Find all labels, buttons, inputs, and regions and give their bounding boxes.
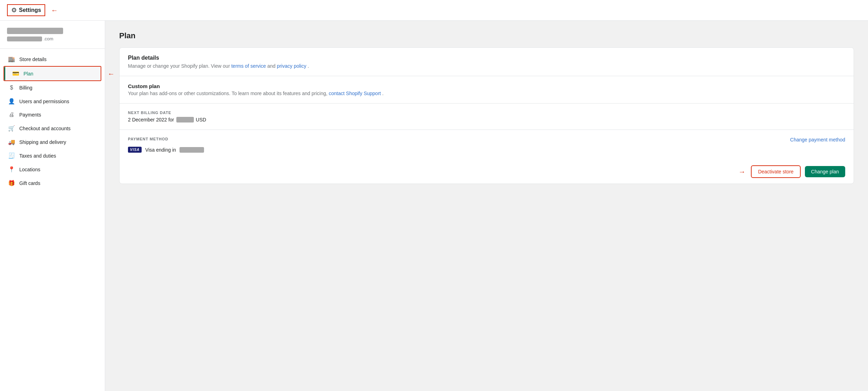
custom-plan-section: Custom plan Your plan has add-ons or oth… (120, 76, 854, 104)
plan-details-desc: Manage or change your Shopify plan. View… (128, 63, 845, 69)
visa-badge: VISA (128, 147, 142, 153)
payments-icon: 🖨 (8, 112, 15, 118)
settings-title-box: ⚙ Settings (7, 4, 45, 16)
store-info: .com (0, 28, 105, 49)
nav-item-billing[interactable]: $ Billing (0, 81, 105, 94)
nav-item-store-details[interactable]: 🏬 Store details (0, 52, 105, 66)
change-payment-method-link[interactable]: Change payment method (790, 137, 845, 143)
nav-label-billing: Billing (19, 85, 32, 91)
plan-icon: 💳 (12, 70, 19, 77)
nav-item-taxes-and-duties[interactable]: 🧾 Taxes and duties (0, 149, 105, 163)
store-domain: .com (7, 36, 98, 41)
nav-item-gift-cards[interactable]: 🎁 Gift cards (0, 176, 105, 190)
billing-currency: USD (196, 117, 206, 122)
terms-of-service-link[interactable]: terms of service (231, 63, 266, 69)
nav-item-shipping-and-delivery[interactable]: 🚚 Shipping and delivery (0, 135, 105, 149)
main-content: Plan Plan details Manage or change your … (105, 21, 868, 391)
gear-icon: ⚙ (11, 6, 17, 14)
locations-icon: 📍 (8, 166, 15, 173)
plan-nav-box: 💳 Plan (4, 66, 101, 81)
nav-label-store-details: Store details (19, 57, 47, 62)
store-name-blurred (7, 28, 63, 34)
main-layout: .com 🏬 Store details 💳 Plan ← $ Billing … (0, 21, 868, 391)
nav-label-payments: Payments (19, 112, 41, 118)
plan-details-card: Plan details Manage or change your Shopi… (119, 47, 854, 184)
nav-label-gift-cards: Gift cards (19, 180, 40, 186)
billing-amount-blurred (176, 117, 194, 122)
change-plan-button[interactable]: Change plan (805, 166, 845, 177)
custom-plan-desc: Your plan has add-ons or other customiza… (128, 91, 845, 96)
plan-nav-wrapper: 💳 Plan ← (0, 66, 105, 81)
and-text: and (267, 63, 277, 69)
billing-date-prefix: 2 December 2022 for (128, 117, 174, 122)
nav-item-checkout-and-accounts[interactable]: 🛒 Checkout and accounts (0, 121, 105, 135)
action-row: → Deactivate store Change plan (120, 160, 854, 184)
sidebar: .com 🏬 Store details 💳 Plan ← $ Billing … (0, 21, 105, 391)
billing-section: NEXT BILLING DATE 2 December 2022 for US… (120, 104, 854, 130)
billing-date-value: 2 December 2022 for USD (128, 117, 845, 122)
nav-label-taxes-and-duties: Taxes and duties (19, 153, 56, 159)
store-domain-suffix: .com (43, 36, 53, 41)
plan-details-desc-text: Manage or change your Shopify plan. View… (128, 63, 231, 69)
plan-arrow-indicator: ← (108, 69, 115, 78)
nav-item-payments[interactable]: 🖨 Payments (0, 108, 105, 121)
nav-item-plan[interactable]: 💳 Plan (4, 67, 101, 80)
checkout-icon: 🛒 (8, 125, 15, 132)
deactivate-store-button[interactable]: Deactivate store (751, 165, 800, 178)
period-text: . (308, 63, 309, 69)
visa-ending-text: Visa ending in (145, 147, 176, 153)
page-title: Plan (119, 31, 854, 40)
gift-cards-icon: 🎁 (8, 180, 15, 186)
custom-plan-period: . (382, 91, 384, 96)
users-icon: 👤 (8, 98, 15, 105)
custom-plan-desc-text: Your plan has add-ons or other customiza… (128, 91, 329, 96)
billing-icon: $ (8, 85, 15, 91)
deactivate-arrow-indicator: → (738, 168, 745, 176)
shipping-icon: 🚚 (8, 139, 15, 145)
custom-plan-name: Custom plan (128, 83, 845, 89)
visa-row: VISA Visa ending in (128, 147, 845, 153)
plan-details-header-section: Plan details Manage or change your Shopi… (120, 48, 854, 76)
header-arrow-indicator: ← (51, 6, 58, 14)
nav-label-users-and-permissions: Users and permissions (19, 99, 69, 104)
settings-header: ⚙ Settings ← (0, 0, 868, 21)
nav-item-users-and-permissions[interactable]: 👤 Users and permissions (0, 94, 105, 108)
card-number-blurred (179, 147, 204, 153)
contact-shopify-support-link[interactable]: contact Shopify Support (329, 91, 381, 96)
store-domain-blurred (7, 37, 42, 41)
billing-date-label: NEXT BILLING DATE (128, 111, 845, 115)
payment-method-label: PAYMENT METHOD (128, 137, 168, 141)
settings-title: Settings (19, 7, 41, 13)
payment-section: PAYMENT METHOD Change payment method VIS… (120, 130, 854, 160)
plan-details-title: Plan details (128, 55, 845, 61)
taxes-icon: 🧾 (8, 152, 15, 159)
nav-label-plan: Plan (23, 71, 33, 77)
nav-label-shipping-and-delivery: Shipping and delivery (19, 139, 66, 145)
store-details-icon: 🏬 (8, 56, 15, 62)
privacy-policy-link[interactable]: privacy policy (277, 63, 306, 69)
payment-method-header: PAYMENT METHOD Change payment method (128, 137, 845, 143)
nav-label-locations: Locations (19, 167, 40, 172)
nav-item-locations[interactable]: 📍 Locations (0, 163, 105, 176)
nav-label-checkout-and-accounts: Checkout and accounts (19, 126, 70, 131)
